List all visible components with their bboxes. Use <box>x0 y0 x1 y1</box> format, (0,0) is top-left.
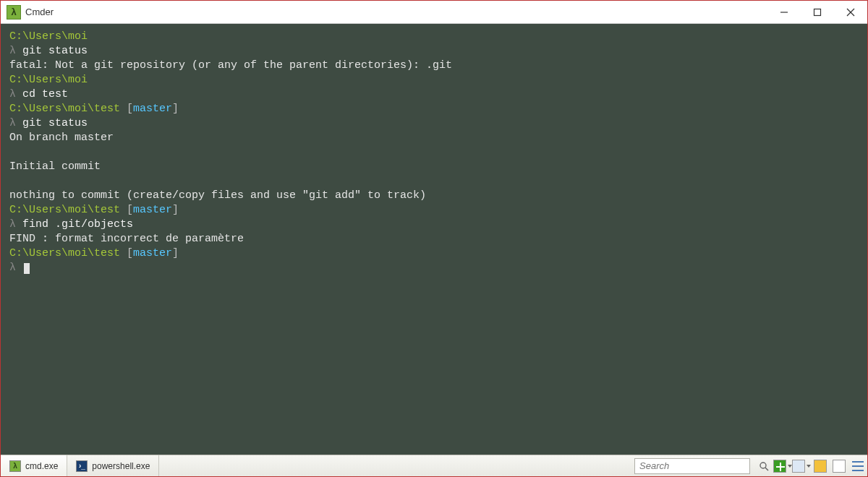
svg-rect-1 <box>814 9 821 15</box>
window-title: Cmder <box>25 7 54 17</box>
terminal-line: FIND : format incorrect de paramètre <box>9 232 859 246</box>
terminal-line: C:\Users\moi\test [master] <box>9 246 859 261</box>
svg-point-4 <box>760 463 766 468</box>
tab-label: powershell.exe <box>92 461 150 471</box>
lock-button[interactable] <box>811 455 830 476</box>
terminal-line: λ cd test <box>9 87 859 102</box>
terminal-line: nothing to commit (create/copy files and… <box>9 189 859 203</box>
console-tab[interactable]: ›_powershell.exe <box>67 455 159 476</box>
svg-line-5 <box>765 468 768 470</box>
console-tab[interactable]: λcmd.exe <box>1 455 67 476</box>
close-button[interactable] <box>834 1 867 23</box>
terminal-line: fatal: Not a git repository (or any of t… <box>9 59 859 73</box>
new-tab-button[interactable] <box>773 455 792 476</box>
tab-label: cmd.exe <box>25 461 58 471</box>
search-input[interactable] <box>639 460 745 471</box>
maximize-button[interactable] <box>801 1 834 23</box>
menu-button[interactable] <box>848 455 867 476</box>
terminal-line: C:\Users\moi <box>9 30 859 44</box>
notes-button[interactable] <box>830 455 848 476</box>
app-icon: λ <box>7 5 21 20</box>
window-titlebar: λ Cmder <box>1 1 867 24</box>
search-input-wrapper[interactable] <box>634 458 750 474</box>
status-bar: λcmd.exe›_powershell.exe <box>1 455 867 476</box>
powershell-icon: ›_ <box>76 460 88 472</box>
terminal-line: C:\Users\moi\test [master] <box>9 203 859 218</box>
terminal-line <box>9 145 859 160</box>
terminal-line: λ <box>9 261 859 275</box>
search-go-button[interactable] <box>754 455 773 476</box>
terminal-line: On branch master <box>9 131 859 145</box>
terminal-line: C:\Users\moi\test [master] <box>9 102 859 116</box>
terminal-line: C:\Users\moi <box>9 73 859 87</box>
terminal-line: λ git status <box>9 44 859 59</box>
terminal-line: λ git status <box>9 116 859 131</box>
minimize-button[interactable] <box>767 1 801 23</box>
terminal-line <box>9 174 859 189</box>
windows-button[interactable] <box>792 455 811 476</box>
terminal-line: Initial commit <box>9 160 859 174</box>
lambda-icon: λ <box>9 460 21 472</box>
terminal-line: λ find .git/objects <box>9 218 859 232</box>
terminal-output[interactable]: C:\Users\moiλ git statusfatal: Not a git… <box>1 24 867 455</box>
